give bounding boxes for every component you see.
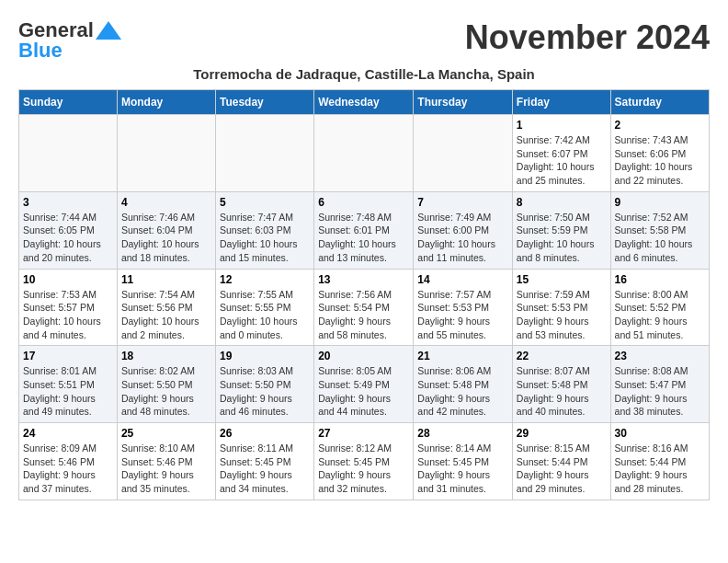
calendar-cell: 14Sunrise: 7:57 AM Sunset: 5:53 PM Dayli… bbox=[414, 269, 513, 346]
day-number: 18 bbox=[121, 350, 211, 362]
calendar-cell: 15Sunrise: 7:59 AM Sunset: 5:53 PM Dayli… bbox=[512, 269, 610, 346]
day-number: 1 bbox=[517, 119, 607, 132]
calendar-cell: 22Sunrise: 8:07 AM Sunset: 5:48 PM Dayli… bbox=[512, 346, 610, 423]
day-info: Sunrise: 8:09 AM Sunset: 5:46 PM Dayligh… bbox=[23, 442, 113, 496]
day-info: Sunrise: 7:53 AM Sunset: 5:57 PM Dayligh… bbox=[23, 288, 113, 342]
day-info: Sunrise: 8:08 AM Sunset: 5:47 PM Dayligh… bbox=[615, 364, 705, 419]
calendar-cell: 28Sunrise: 8:14 AM Sunset: 5:45 PM Dayli… bbox=[414, 423, 513, 500]
calendar-cell: 18Sunrise: 8:02 AM Sunset: 5:50 PM Dayli… bbox=[117, 346, 215, 423]
day-number: 4 bbox=[121, 196, 211, 209]
calendar-week-row: 3Sunrise: 7:44 AM Sunset: 6:05 PM Daylig… bbox=[19, 191, 710, 269]
day-number: 6 bbox=[318, 196, 409, 209]
day-info: Sunrise: 8:07 AM Sunset: 5:48 PM Dayligh… bbox=[517, 364, 607, 419]
day-info: Sunrise: 7:54 AM Sunset: 5:56 PM Dayligh… bbox=[121, 288, 211, 342]
calendar-cell: 20Sunrise: 8:05 AM Sunset: 5:49 PM Dayli… bbox=[314, 346, 414, 423]
day-info: Sunrise: 8:10 AM Sunset: 5:46 PM Dayligh… bbox=[121, 442, 211, 496]
day-number: 3 bbox=[23, 196, 113, 209]
day-number: 28 bbox=[417, 427, 508, 440]
day-number: 13 bbox=[318, 273, 409, 286]
calendar-cell: 8Sunrise: 7:50 AM Sunset: 5:59 PM Daylig… bbox=[512, 191, 610, 269]
calendar-week-row: 17Sunrise: 8:01 AM Sunset: 5:51 PM Dayli… bbox=[19, 346, 710, 423]
day-info: Sunrise: 7:46 AM Sunset: 6:04 PM Dayligh… bbox=[121, 211, 211, 265]
month-title: November 2024 bbox=[465, 18, 710, 57]
day-info: Sunrise: 8:14 AM Sunset: 5:45 PM Dayligh… bbox=[417, 442, 508, 496]
logo: General Blue bbox=[18, 18, 121, 63]
day-number: 22 bbox=[517, 350, 607, 362]
calendar-cell: 30Sunrise: 8:16 AM Sunset: 5:44 PM Dayli… bbox=[610, 423, 709, 500]
day-number: 21 bbox=[417, 350, 508, 362]
day-number: 29 bbox=[517, 427, 607, 440]
calendar-cell: 1Sunrise: 7:42 AM Sunset: 6:07 PM Daylig… bbox=[512, 115, 610, 192]
calendar-cell: 7Sunrise: 7:49 AM Sunset: 6:00 PM Daylig… bbox=[414, 191, 513, 269]
logo-blue-text: Blue bbox=[18, 39, 121, 63]
day-number: 10 bbox=[23, 273, 113, 286]
calendar-cell: 25Sunrise: 8:10 AM Sunset: 5:46 PM Dayli… bbox=[117, 423, 215, 500]
day-number: 16 bbox=[615, 273, 705, 286]
location-subtitle: Torremocha de Jadraque, Castille-La Manc… bbox=[18, 66, 710, 82]
day-info: Sunrise: 8:11 AM Sunset: 5:45 PM Dayligh… bbox=[220, 442, 310, 496]
day-info: Sunrise: 7:44 AM Sunset: 6:05 PM Dayligh… bbox=[23, 211, 113, 265]
calendar-week-row: 10Sunrise: 7:53 AM Sunset: 5:57 PM Dayli… bbox=[19, 269, 710, 346]
calendar-cell: 6Sunrise: 7:48 AM Sunset: 6:01 PM Daylig… bbox=[314, 191, 414, 269]
weekday-header: Friday bbox=[512, 90, 610, 115]
day-number: 15 bbox=[517, 273, 607, 286]
day-info: Sunrise: 7:50 AM Sunset: 5:59 PM Dayligh… bbox=[517, 211, 607, 265]
day-info: Sunrise: 7:56 AM Sunset: 5:54 PM Dayligh… bbox=[318, 288, 409, 342]
day-info: Sunrise: 7:49 AM Sunset: 6:00 PM Dayligh… bbox=[417, 211, 508, 265]
svg-marker-0 bbox=[96, 21, 121, 40]
day-number: 7 bbox=[417, 196, 508, 209]
day-number: 27 bbox=[318, 427, 409, 440]
day-info: Sunrise: 8:03 AM Sunset: 5:50 PM Dayligh… bbox=[220, 364, 310, 419]
page-header: General Blue November 2024 bbox=[18, 18, 710, 63]
day-number: 5 bbox=[220, 196, 310, 209]
calendar-header-row: SundayMondayTuesdayWednesdayThursdayFrid… bbox=[19, 90, 710, 115]
calendar-cell: 9Sunrise: 7:52 AM Sunset: 5:58 PM Daylig… bbox=[610, 191, 709, 269]
day-info: Sunrise: 7:42 AM Sunset: 6:07 PM Dayligh… bbox=[517, 133, 607, 188]
calendar-cell: 24Sunrise: 8:09 AM Sunset: 5:46 PM Dayli… bbox=[19, 423, 118, 500]
day-number: 30 bbox=[615, 427, 705, 440]
calendar-cell: 2Sunrise: 7:43 AM Sunset: 6:06 PM Daylig… bbox=[610, 115, 709, 192]
weekday-header: Sunday bbox=[19, 90, 118, 115]
day-number: 11 bbox=[121, 273, 211, 286]
calendar-cell bbox=[19, 115, 118, 192]
day-info: Sunrise: 8:15 AM Sunset: 5:44 PM Dayligh… bbox=[517, 442, 607, 496]
day-info: Sunrise: 7:52 AM Sunset: 5:58 PM Dayligh… bbox=[615, 211, 705, 265]
calendar-cell bbox=[215, 115, 313, 192]
day-info: Sunrise: 7:55 AM Sunset: 5:55 PM Dayligh… bbox=[220, 288, 310, 342]
calendar-cell: 23Sunrise: 8:08 AM Sunset: 5:47 PM Dayli… bbox=[610, 346, 709, 423]
day-number: 26 bbox=[220, 427, 310, 440]
calendar-cell: 12Sunrise: 7:55 AM Sunset: 5:55 PM Dayli… bbox=[215, 269, 313, 346]
calendar-cell: 13Sunrise: 7:56 AM Sunset: 5:54 PM Dayli… bbox=[314, 269, 414, 346]
calendar-cell bbox=[314, 115, 414, 192]
calendar-cell: 4Sunrise: 7:46 AM Sunset: 6:04 PM Daylig… bbox=[117, 191, 215, 269]
day-number: 24 bbox=[23, 427, 113, 440]
day-info: Sunrise: 7:47 AM Sunset: 6:03 PM Dayligh… bbox=[220, 211, 310, 265]
day-info: Sunrise: 8:01 AM Sunset: 5:51 PM Dayligh… bbox=[23, 364, 113, 419]
calendar-table: SundayMondayTuesdayWednesdayThursdayFrid… bbox=[18, 89, 710, 500]
weekday-header: Saturday bbox=[610, 90, 709, 115]
day-info: Sunrise: 8:02 AM Sunset: 5:50 PM Dayligh… bbox=[121, 364, 211, 419]
weekday-header: Tuesday bbox=[215, 90, 313, 115]
logo-icon bbox=[96, 21, 121, 40]
calendar-cell: 17Sunrise: 8:01 AM Sunset: 5:51 PM Dayli… bbox=[19, 346, 118, 423]
day-info: Sunrise: 7:57 AM Sunset: 5:53 PM Dayligh… bbox=[417, 288, 508, 342]
day-number: 23 bbox=[615, 350, 705, 362]
calendar-cell: 27Sunrise: 8:12 AM Sunset: 5:45 PM Dayli… bbox=[314, 423, 414, 500]
day-info: Sunrise: 8:12 AM Sunset: 5:45 PM Dayligh… bbox=[318, 442, 409, 496]
day-info: Sunrise: 8:05 AM Sunset: 5:49 PM Dayligh… bbox=[318, 364, 409, 419]
calendar-cell: 19Sunrise: 8:03 AM Sunset: 5:50 PM Dayli… bbox=[215, 346, 313, 423]
day-number: 14 bbox=[417, 273, 508, 286]
calendar-cell bbox=[117, 115, 215, 192]
weekday-header: Wednesday bbox=[314, 90, 414, 115]
day-number: 8 bbox=[517, 196, 607, 209]
calendar-cell: 10Sunrise: 7:53 AM Sunset: 5:57 PM Dayli… bbox=[19, 269, 118, 346]
calendar-week-row: 1Sunrise: 7:42 AM Sunset: 6:07 PM Daylig… bbox=[19, 115, 710, 192]
day-info: Sunrise: 7:59 AM Sunset: 5:53 PM Dayligh… bbox=[517, 288, 607, 342]
weekday-header: Thursday bbox=[414, 90, 513, 115]
calendar-cell: 5Sunrise: 7:47 AM Sunset: 6:03 PM Daylig… bbox=[215, 191, 313, 269]
day-number: 17 bbox=[23, 350, 113, 362]
day-number: 25 bbox=[121, 427, 211, 440]
day-number: 12 bbox=[220, 273, 310, 286]
calendar-cell: 26Sunrise: 8:11 AM Sunset: 5:45 PM Dayli… bbox=[215, 423, 313, 500]
day-info: Sunrise: 8:16 AM Sunset: 5:44 PM Dayligh… bbox=[615, 442, 705, 496]
